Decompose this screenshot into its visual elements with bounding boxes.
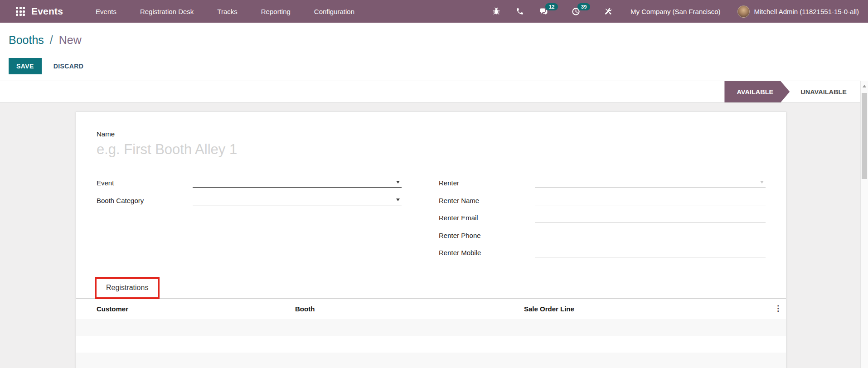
registrations-table-header: Customer Booth Sale Order Line ⋮ bbox=[76, 299, 786, 319]
table-row bbox=[76, 353, 786, 368]
column-header-customer[interactable]: Customer bbox=[76, 305, 295, 313]
top-navbar: Events Events Registration Desk Tracks R… bbox=[0, 0, 868, 23]
breadcrumb-booths-link[interactable]: Booths bbox=[9, 34, 44, 46]
menu-item-tracks[interactable]: Tracks bbox=[217, 8, 237, 15]
vertical-scrollbar[interactable] bbox=[860, 81, 868, 368]
renter-name-field-label: Renter Name bbox=[439, 197, 535, 205]
messages-count-badge: 12 bbox=[545, 3, 558, 10]
column-header-sale-order-line[interactable]: Sale Order Line bbox=[524, 305, 786, 313]
booth-category-input[interactable] bbox=[193, 194, 402, 205]
renter-mobile-input[interactable] bbox=[535, 247, 766, 257]
booth-form-sheet: Name Event Booth Category bbox=[76, 111, 786, 368]
messages-icon[interactable]: 12 bbox=[539, 7, 548, 16]
save-button[interactable]: SAVE bbox=[9, 58, 42, 74]
company-switcher[interactable]: My Company (San Francisco) bbox=[630, 8, 720, 15]
table-row bbox=[76, 319, 786, 336]
renter-phone-field-label: Renter Phone bbox=[439, 232, 535, 240]
breadcrumb-separator: / bbox=[50, 34, 53, 46]
booth-category-field-label: Booth Category bbox=[97, 197, 193, 205]
systray: 12 39 My Company (San Francisco) Mitchel… bbox=[477, 5, 859, 18]
discard-button[interactable]: DISCARD bbox=[53, 63, 84, 70]
debug-bug-icon[interactable] bbox=[492, 7, 500, 15]
event-field-label: Event bbox=[97, 179, 193, 188]
tab-registrations[interactable]: Registrations bbox=[95, 277, 160, 299]
app-brand[interactable]: Events bbox=[31, 6, 63, 17]
renter-email-input[interactable] bbox=[535, 212, 766, 223]
column-header-booth[interactable]: Booth bbox=[295, 305, 524, 313]
renter-phone-input[interactable] bbox=[535, 229, 766, 240]
menu-item-configuration[interactable]: Configuration bbox=[314, 8, 354, 15]
status-unavailable[interactable]: UNAVAILABLE bbox=[790, 81, 860, 102]
event-input[interactable] bbox=[193, 177, 402, 188]
statusbar: AVAILABLE UNAVAILABLE bbox=[0, 81, 860, 103]
renter-mobile-field-label: Renter Mobile bbox=[439, 249, 535, 257]
renter-name-input[interactable] bbox=[535, 194, 766, 205]
notebook: Registrations Customer Booth Sale Order … bbox=[76, 277, 786, 368]
scrollbar-thumb[interactable] bbox=[862, 93, 867, 179]
avatar bbox=[737, 5, 750, 18]
content-area: Name Event Booth Category bbox=[0, 103, 860, 368]
main-menu: Events Registration Desk Tracks Reportin… bbox=[96, 8, 354, 15]
user-menu[interactable]: Mitchell Admin (11821551-15-0-all) bbox=[737, 5, 859, 18]
optional-columns-kebab-icon[interactable]: ⋮ bbox=[774, 304, 782, 313]
breadcrumb: Booths / New bbox=[9, 34, 82, 47]
user-name: Mitchell Admin (11821551-15-0-all) bbox=[754, 8, 859, 15]
menu-item-reporting[interactable]: Reporting bbox=[261, 8, 291, 15]
renter-field-label: Renter bbox=[439, 179, 535, 188]
menu-item-registration-desk[interactable]: Registration Desk bbox=[140, 8, 194, 15]
control-panel: Booths / New SAVE DISCARD bbox=[0, 23, 868, 81]
activities-count-badge: 39 bbox=[577, 3, 590, 10]
name-field-label: Name bbox=[97, 130, 766, 138]
apps-grid-icon[interactable] bbox=[16, 7, 25, 16]
menu-item-events[interactable]: Events bbox=[96, 8, 116, 15]
status-available[interactable]: AVAILABLE bbox=[724, 81, 790, 102]
name-input[interactable] bbox=[97, 139, 407, 162]
phone-icon[interactable] bbox=[516, 7, 524, 15]
scroll-up-arrow-icon[interactable] bbox=[863, 85, 866, 87]
renter-input[interactable] bbox=[535, 177, 766, 188]
tools-icon[interactable] bbox=[604, 7, 612, 16]
breadcrumb-current: New bbox=[59, 34, 82, 46]
table-row bbox=[76, 336, 786, 353]
activities-clock-icon[interactable]: 39 bbox=[572, 7, 580, 16]
renter-email-field-label: Renter Email bbox=[439, 214, 535, 223]
